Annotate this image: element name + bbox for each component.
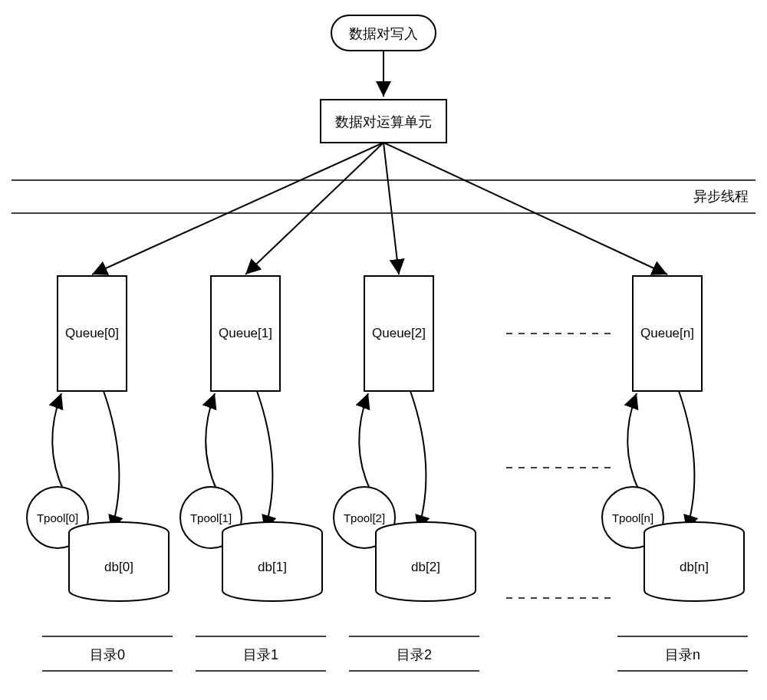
start-node: 数据对写入: [331, 15, 436, 51]
curve-queue-to-db-1: [257, 391, 272, 531]
dir-1-label: 目录1: [243, 647, 278, 662]
arrow-to-queue-n: [384, 143, 667, 274]
architecture-diagram: 数据对写入 数据对运算单元 异步线程 Queue[0] Tpool[0] db[…: [0, 0, 767, 700]
curve-queue-to-db-2: [410, 391, 426, 531]
dir-0-label: 目录0: [90, 647, 125, 662]
arrow-to-queue-0: [92, 143, 384, 274]
queue-0-label: Queue[0]: [65, 326, 119, 340]
lane-1: Queue[1] Tpool[1] db[1] 目录1: [180, 143, 384, 671]
db-n-label: db[n]: [680, 560, 709, 574]
tpool-0-label: Tpool[0]: [37, 511, 78, 524]
tpool-2-label: Tpool[2]: [344, 511, 385, 524]
arrow-to-queue-2: [384, 143, 399, 274]
tpool-1-label: Tpool[1]: [190, 511, 232, 524]
curve-tpool-to-queue-n: [627, 393, 639, 491]
compute-unit-label: 数据对运算单元: [335, 114, 432, 130]
db-1-label: db[1]: [258, 560, 287, 574]
tpool-n-label: Tpool[n]: [612, 511, 653, 524]
dir-n-label: 目录n: [665, 647, 700, 662]
start-node-label: 数据对写入: [349, 26, 418, 41]
curve-queue-to-db-n: [679, 391, 694, 531]
db-2-cylinder: db[2]: [376, 522, 476, 601]
curve-tpool-to-queue-1: [206, 393, 217, 491]
lane-2: Queue[2] Tpool[2] db[2] 目录2: [334, 143, 479, 671]
db-0-label: db[0]: [104, 560, 133, 574]
db-1-cylinder: db[1]: [222, 522, 322, 601]
db-0-cylinder: db[0]: [69, 522, 169, 601]
queue-1-label: Queue[1]: [219, 326, 272, 340]
db-2-label: db[2]: [411, 560, 440, 574]
queue-n-label: Queue[n]: [640, 326, 694, 340]
db-n-cylinder: db[n]: [644, 522, 744, 601]
arrow-to-queue-1: [245, 143, 384, 274]
async-thread-label: 异步线程: [693, 189, 749, 204]
queue-2-label: Queue[2]: [372, 326, 426, 340]
curve-tpool-to-queue-2: [359, 393, 370, 491]
lane-0: Queue[0] Tpool[0] db[0] 目录0: [27, 143, 384, 671]
compute-unit: 数据对运算单元: [321, 100, 446, 143]
lane-n: Queue[n] Tpool[n] db[n] 目录n: [384, 143, 748, 671]
dir-2-label: 目录2: [397, 647, 432, 662]
curve-tpool-to-queue-0: [52, 393, 64, 491]
curve-queue-to-db-0: [104, 391, 119, 531]
